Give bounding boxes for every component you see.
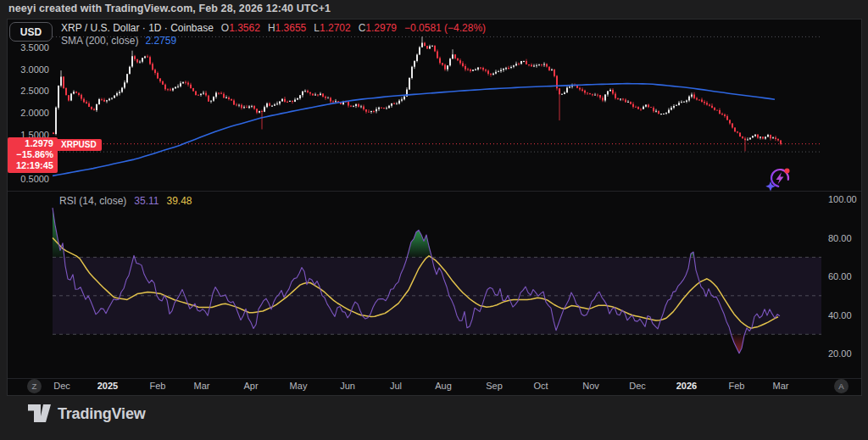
time-axis-label: Jun — [329, 381, 366, 391]
time-axis-label: Dec — [43, 381, 81, 391]
sma-label[interactable]: SMA (200, close) — [61, 35, 138, 47]
flash-icon — [764, 164, 794, 193]
ohlc-low: L1.2702 — [314, 22, 350, 34]
symbol-price-badge: XRPUSD — [56, 139, 102, 151]
rsi-label[interactable]: RSI (14, close) — [59, 195, 126, 207]
price-axis-label: 2.5000 — [2, 86, 49, 96]
rsi-axis-label: 60.00 — [828, 271, 852, 281]
sma-line — [53, 84, 775, 176]
price-axis-label: 3.0000 — [2, 64, 49, 75]
price-axis-label: 0.5000 — [2, 174, 49, 184]
rsi-legend: RSI (14, close) 35.11 39.48 — [59, 195, 192, 207]
ohlc-close: C1.2979 — [359, 22, 397, 34]
flag-change-percent: −15.86% — [8, 149, 53, 160]
tradingview-logo[interactable]: TradingView — [28, 404, 146, 423]
price-axis-label: 3.5000 — [2, 42, 49, 53]
flag-countdown: 12:19:45 — [8, 160, 53, 171]
timezone-badge[interactable]: Z — [27, 379, 42, 393]
time-axis-label: Dec — [619, 381, 656, 391]
flash-action-button[interactable] — [764, 164, 794, 193]
time-axis-label: Feb — [139, 381, 176, 391]
current-price-flag: 1.2979 −15.86% 12:19:45 — [8, 137, 58, 173]
time-axis-label: Feb — [718, 381, 755, 391]
up-candle-bodies — [55, 42, 774, 140]
rsi-axis-label: 100.00 — [828, 194, 857, 204]
flag-price: 1.2979 — [8, 138, 53, 149]
symbol-title[interactable]: XRP / U.S. Dollar · 1D · Coinbase — [61, 22, 214, 34]
auto-scale-badge[interactable]: A — [834, 379, 849, 393]
time-axis-label: Sep — [476, 381, 513, 391]
change-value: −0.0581 (−4.28%) — [404, 22, 486, 34]
ohlc-high: H1.3655 — [268, 22, 306, 34]
time-axis-label: Mar — [183, 381, 220, 391]
rsi-overbought-fill — [53, 208, 64, 257]
ohlc-open: O1.3562 — [221, 22, 260, 34]
up-candle-wicks — [56, 36, 773, 141]
sma-legend: SMA (200, close) 2.2759 — [61, 35, 176, 47]
chart-canvas[interactable] — [0, 0, 868, 440]
tradingview-chart-snapshot: neeyi created with TradingView.com, Feb … — [0, 0, 868, 440]
tradingview-logo-text: TradingView — [58, 405, 146, 423]
time-axis-label: 2026 — [668, 381, 705, 391]
rsi-axis-label: 20.00 — [828, 348, 852, 359]
time-axis-label: May — [280, 381, 317, 391]
rsi-ma-value: 39.48 — [167, 195, 192, 207]
time-axis-label: Mar — [762, 381, 799, 391]
rsi-axis-label: 40.00 — [828, 310, 852, 320]
price-axis-label: 2.0000 — [2, 108, 49, 118]
time-axis-label: Nov — [572, 381, 609, 391]
time-axis-label: Oct — [522, 381, 559, 391]
rsi-value: 35.11 — [134, 195, 159, 207]
symbol-legend: XRP / U.S. Dollar · 1D · Coinbase O1.356… — [61, 22, 486, 34]
time-axis-label: Jul — [377, 381, 415, 391]
sma-value: 2.2759 — [145, 35, 176, 47]
time-axis-label: Aug — [425, 381, 462, 391]
currency-usd-button[interactable]: USD — [9, 22, 53, 42]
rsi-axis-label: 80.00 — [828, 233, 852, 243]
time-axis-label: Apr — [232, 381, 270, 391]
time-axis-label: 2025 — [89, 381, 126, 391]
tradingview-logo-icon — [28, 404, 51, 423]
